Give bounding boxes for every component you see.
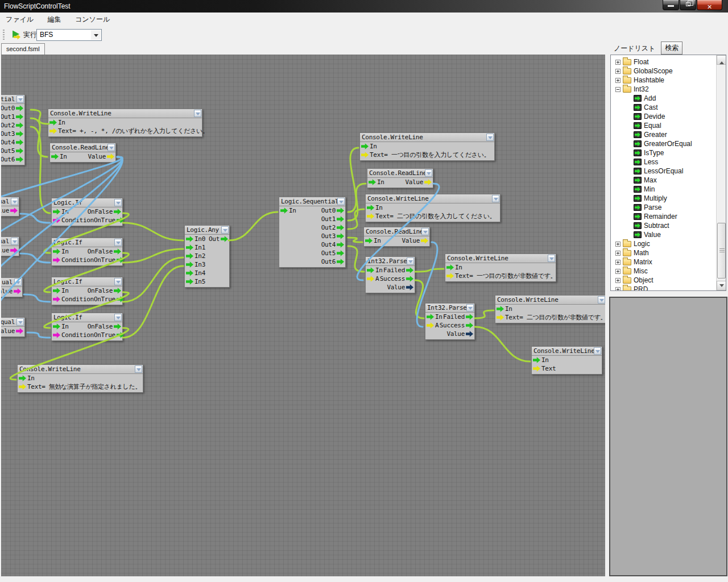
pin-OnTrue-icon[interactable]	[117, 257, 124, 263]
pin-OnFalse-icon[interactable]	[114, 288, 121, 294]
pin-A-icon[interactable]	[427, 322, 434, 329]
pin-In1-icon[interactable]	[186, 244, 193, 251]
pin-Out6-icon[interactable]	[16, 156, 23, 163]
pin-In3-icon[interactable]	[186, 261, 193, 268]
node-if3[interactable]: Logic.IfInOnFalseConditionOnTrue	[51, 277, 123, 305]
tree-item-Cast[interactable]: Cast	[611, 103, 716, 112]
node-menu-dropdown-icon[interactable]	[407, 257, 414, 265]
tree-item-Misc[interactable]: Misc	[611, 267, 716, 276]
pin-In-icon[interactable]	[367, 267, 374, 273]
pin-Out2-icon[interactable]	[337, 225, 344, 231]
node-if1[interactable]: Logic.IfInOnFalseConditionOnTrue	[51, 198, 123, 226]
node-menu-dropdown-icon[interactable]	[486, 134, 494, 141]
scroll-up-button[interactable]	[717, 55, 726, 65]
tree-item-Float[interactable]: Float	[611, 57, 716, 66]
pin-In-icon[interactable]	[53, 209, 60, 215]
tree-item-Min[interactable]: Min	[611, 185, 716, 194]
pin-Value-icon[interactable]	[421, 238, 428, 244]
pin-Out1-icon[interactable]	[337, 216, 344, 222]
node-eq2[interactable]: uallue	[1, 236, 19, 256]
pin-Out3-icon[interactable]	[16, 131, 23, 137]
pin-OnTrue-icon[interactable]	[117, 296, 124, 302]
pin-Condition-icon[interactable]	[53, 217, 60, 223]
pin-In-icon[interactable]	[19, 375, 26, 381]
node-eq4[interactable]: qualalue	[1, 317, 25, 337]
node-menu-dropdown-icon[interactable]	[14, 278, 22, 286]
node-menu-dropdown-icon[interactable]	[425, 169, 432, 177]
pin-OnFalse-icon[interactable]	[114, 323, 121, 330]
node-seq-left[interactable]: entialOut0Out1Out2Out3Out4Out5Out6	[1, 94, 25, 165]
pin-In-icon[interactable]	[361, 143, 369, 149]
node-menu-dropdown-icon[interactable]	[548, 255, 555, 262]
menu-file[interactable]: ファイル	[0, 13, 39, 27]
pin-In-icon[interactable]	[533, 357, 540, 363]
node-menu-dropdown-icon[interactable]	[421, 228, 429, 235]
pin-Out-icon[interactable]	[221, 236, 228, 242]
pin-In-icon[interactable]	[446, 264, 454, 271]
pin-Text-icon[interactable]	[533, 365, 540, 372]
pin-Text= 無効な演算子が指定されました。-icon[interactable]	[19, 384, 26, 390]
pin-alue-icon[interactable]	[14, 288, 21, 294]
pin-In2-icon[interactable]	[186, 253, 193, 259]
pin-Condition-icon[interactable]	[53, 332, 60, 338]
pin-Text= 二つ目の引数を入力してください。-icon[interactable]	[367, 213, 374, 219]
node-menu-dropdown-icon[interactable]	[16, 95, 24, 103]
pin-Failed-icon[interactable]	[466, 314, 473, 320]
pin-A-icon[interactable]	[367, 276, 374, 282]
node-wl7[interactable]: Console.WriteLineInText= 無効な演算子が指定されました。	[17, 364, 143, 393]
pin-Value-icon[interactable]	[406, 284, 413, 290]
tree-item-Int32[interactable]: Int32	[611, 85, 716, 94]
pin-Out4-icon[interactable]	[337, 242, 344, 248]
node-menu-dropdown-icon[interactable]	[337, 198, 345, 205]
node-menu-dropdown-icon[interactable]	[16, 318, 24, 326]
tab-nodelist[interactable]: ノードリスト	[610, 43, 659, 55]
node-menu-dropdown-icon[interactable]	[11, 238, 18, 245]
tree-item-Add[interactable]: Add	[611, 94, 716, 103]
tree-item-Less[interactable]: Less	[611, 157, 716, 167]
pin-Condition-icon[interactable]	[53, 257, 60, 263]
pin-Out1-icon[interactable]	[16, 114, 23, 120]
pin-Out5-icon[interactable]	[337, 250, 344, 256]
pin-Value-icon[interactable]	[107, 153, 114, 160]
pin-Out6-icon[interactable]	[337, 259, 344, 265]
node-menu-dropdown-icon[interactable]	[114, 239, 122, 246]
pin-Success-icon[interactable]	[466, 322, 473, 329]
node-menu-dropdown-icon[interactable]	[194, 110, 201, 117]
pin-In-icon[interactable]	[280, 207, 288, 214]
pin-Text= 二つ目の引数が非数値です。-icon[interactable]	[497, 314, 504, 321]
pin-OnTrue-icon[interactable]	[117, 332, 124, 338]
tree-item-IsType[interactable]: IsType	[611, 148, 716, 157]
node-p1[interactable]: Int32.ParseInFailedASuccessValue	[365, 256, 415, 293]
pin-In-icon[interactable]	[365, 238, 373, 244]
tree-item-Parse[interactable]: Parse	[611, 203, 716, 212]
node-menu-dropdown-icon[interactable]	[466, 304, 474, 311]
tree-scrollbar[interactable]	[716, 55, 726, 290]
tree-item-Subtract[interactable]: Subtract	[611, 221, 716, 230]
node-rl2[interactable]: Console.ReadLineInValue	[367, 168, 433, 188]
minimize-button[interactable]	[663, 0, 679, 10]
run-button[interactable]: 実行	[8, 28, 40, 41]
node-menu-dropdown-icon[interactable]	[114, 199, 122, 206]
node-if4[interactable]: Logic.IfInOnFalseConditionOnTrue	[51, 313, 123, 341]
pin-alue-icon[interactable]	[16, 328, 23, 334]
tree-item-Greater[interactable]: Greater	[611, 130, 716, 139]
pin-In-icon[interactable]	[53, 288, 60, 294]
pin-Text= +, -, *, /のいずれかを入力してください。-icon[interactable]	[49, 128, 57, 134]
pin-Condition-icon[interactable]	[53, 296, 60, 302]
node-p2[interactable]: Int32.ParseInFailedASuccessValue	[425, 303, 475, 340]
tree-item-Multiply[interactable]: Multiply	[611, 194, 716, 203]
tree-item-GreaterOrEqual[interactable]: GreaterOrEqual	[611, 139, 716, 148]
tree-item-Object[interactable]: Object	[611, 276, 716, 285]
node-wl5[interactable]: Console.WriteLineInText= 二つ目の引数が非数値です。	[495, 295, 605, 323]
pin-Out5-icon[interactable]	[16, 148, 23, 154]
tree-item-Max[interactable]: Max	[611, 176, 716, 185]
graph-canvas[interactable]: entialOut0Out1Out2Out3Out4Out5Out6Consol…	[1, 55, 605, 576]
node-menu-dropdown-icon[interactable]	[11, 198, 18, 205]
scroll-down-button[interactable]	[717, 281, 726, 290]
expand-icon[interactable]	[615, 60, 621, 65]
pin-In0-icon[interactable]	[186, 236, 193, 242]
pin-In-icon[interactable]	[53, 323, 60, 330]
pin-OnTrue-icon[interactable]	[117, 217, 124, 223]
node-menu-dropdown-icon[interactable]	[135, 365, 142, 373]
pin-Text= 一つ目の引数を入力してください。-icon[interactable]	[361, 152, 369, 158]
